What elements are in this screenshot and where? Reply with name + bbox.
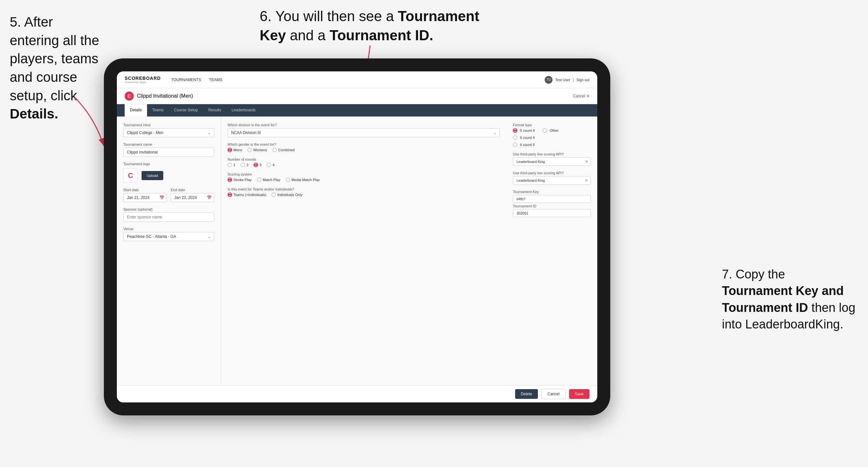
format-6c4-radio[interactable]	[513, 135, 518, 140]
upload-button[interactable]: Upload	[142, 171, 163, 180]
gender-radio-group: Mens Womens Combined	[227, 148, 500, 152]
division-select[interactable]: NCAA Division III	[227, 128, 500, 137]
cancel-header-btn[interactable]: Cancel ✕	[573, 94, 589, 98]
sponsor-group: Sponsor (optional)	[123, 207, 214, 222]
format-left: 5 count 4 6 count 4 6 count 5	[513, 128, 535, 147]
right-panel: Which division is the event for? NCAA Di…	[221, 117, 597, 385]
scoring-match[interactable]: Match Play	[257, 178, 280, 182]
tournament-host-select-wrapper: Clippd College - Men	[123, 128, 214, 137]
save-button[interactable]: Save	[569, 389, 589, 399]
tournament-host-select[interactable]: Clippd College - Men	[123, 128, 214, 137]
main-content: Tournament Host Clippd College - Men Tou…	[117, 117, 597, 385]
rounds-4[interactable]: 4	[267, 163, 274, 167]
tablet-screen: SCOREBOARD Powered by clippd TOURNAMENTS…	[117, 71, 597, 402]
gender-combined-radio[interactable]	[272, 148, 277, 152]
tab-results[interactable]: Results	[203, 104, 226, 117]
delete-button[interactable]: Delete	[515, 389, 538, 399]
format-6count5[interactable]: 6 count 5	[513, 143, 535, 147]
api1-clear-icon[interactable]: ✕	[585, 159, 588, 164]
division-select-wrapper: NCAA Division III	[227, 128, 500, 137]
scoring-match-radio[interactable]	[257, 178, 261, 182]
format-5count4[interactable]: 5 count 4	[513, 128, 535, 133]
annotation-step6: 6. You will then see a Tournament Key an…	[260, 6, 487, 45]
logo-c-letter: C	[128, 172, 133, 180]
sponsor-input[interactable]	[123, 213, 214, 222]
tournament-id-section: Tournament ID 302051	[513, 204, 591, 217]
tournament-key-value: b4fb7	[513, 195, 591, 203]
nav-tournaments[interactable]: TOURNAMENTS	[171, 77, 201, 82]
rounds-3[interactable]: 3	[253, 163, 261, 167]
sponsor-label: Sponsor (optional)	[123, 207, 214, 211]
format-group: Format type 5 count 4 6 count	[513, 123, 591, 147]
tab-course-setup[interactable]: Course Setup	[169, 104, 203, 117]
scoring-radio-group: Stroke Play Match Play Medal Match Play	[227, 178, 500, 182]
tablet-device: SCOREBOARD Powered by clippd TOURNAMENTS…	[104, 58, 610, 415]
tournament-host-group: Tournament Host Clippd College - Men	[123, 123, 214, 137]
format-other-radio[interactable]	[542, 128, 547, 133]
tab-details[interactable]: Details	[125, 104, 147, 117]
tab-teams[interactable]: Teams	[147, 104, 169, 117]
left-panel: Tournament Host Clippd College - Men Tou…	[117, 117, 221, 385]
format-6c5-radio[interactable]	[513, 143, 518, 147]
cancel-button[interactable]: Cancel	[541, 389, 565, 399]
user-name: Test User	[555, 78, 570, 82]
tournament-name-input[interactable]	[123, 148, 214, 157]
gender-womens-radio[interactable]	[247, 148, 252, 152]
api2-group: Use third-party live scoring API? ✕	[513, 171, 591, 185]
calendar-icon-end: 📅	[207, 195, 212, 200]
tournament-key-label: Tournament Key	[513, 190, 591, 194]
tournament-name-group: Tournament name	[123, 143, 214, 157]
date-group: Start date 📅 End date 📅	[123, 188, 214, 202]
gender-combined[interactable]: Combined	[272, 148, 294, 152]
teams-radio-group: Teams (+Individuals) Individuals Only	[227, 192, 500, 197]
rounds-2-radio[interactable]	[241, 163, 245, 167]
venue-select[interactable]: Peachtree GC - Atlanta - GA	[123, 232, 214, 241]
venue-group: Venue Peachtree GC - Atlanta - GA	[123, 227, 214, 241]
teams-group: Is this event for Teams and/or Individua…	[227, 187, 500, 197]
api2-input[interactable]	[513, 176, 591, 185]
annotation-step5: 5. After entering all the players, teams…	[10, 13, 101, 123]
teams-individuals-radio[interactable]	[271, 192, 276, 197]
api2-clear-icon[interactable]: ✕	[585, 178, 588, 183]
teams-plus-radio[interactable]	[227, 192, 232, 197]
gender-mens[interactable]: Mens	[227, 148, 242, 152]
rounds-2[interactable]: 2	[241, 163, 248, 167]
rounds-3-radio[interactable]	[253, 163, 258, 167]
teams-individuals[interactable]: Individuals Only	[271, 192, 303, 197]
rounds-1[interactable]: 1	[227, 163, 235, 167]
api2-label: Use third-party live scoring API?	[513, 171, 591, 175]
scoring-stroke[interactable]: Stroke Play	[227, 178, 252, 182]
tournament-logo-group: Tournament logo C Upload	[123, 162, 214, 183]
tournament-id-label: Tournament ID	[513, 204, 591, 208]
format-other[interactable]: Other	[542, 128, 559, 133]
format-5c4-radio[interactable]	[513, 128, 518, 133]
nav-teams[interactable]: TEAMS	[209, 77, 222, 82]
teams-label: Is this event for Teams and/or Individua…	[227, 187, 500, 191]
api1-input[interactable]	[513, 157, 591, 166]
top-nav: SCOREBOARD Powered by clippd TOURNAMENTS…	[117, 71, 597, 88]
gender-womens[interactable]: Womens	[247, 148, 267, 152]
tournament-name-label: Tournament name	[123, 143, 214, 146]
scoring-medal[interactable]: Medal Match Play	[286, 178, 320, 182]
annotation-step7: 7. Copy the Tournament Key and Tournamen…	[722, 266, 858, 333]
gender-label: Which gender is the event for?	[227, 143, 500, 146]
date-row: Start date 📅 End date 📅	[123, 188, 214, 202]
rounds-4-radio[interactable]	[267, 163, 271, 167]
tab-leaderboards[interactable]: Leaderboards	[226, 104, 261, 117]
calendar-icon-start: 📅	[159, 195, 164, 200]
format-6count4[interactable]: 6 count 4	[513, 135, 535, 140]
tournament-id-value: 302051	[513, 209, 591, 217]
scoring-stroke-radio[interactable]	[227, 178, 232, 182]
scoring-label: Scoring system	[227, 172, 500, 176]
format-right: Other	[542, 128, 559, 147]
rounds-1-radio[interactable]	[227, 163, 232, 167]
format-column: Format type 5 count 4 6 count	[513, 123, 591, 218]
division-label: Which division is the event for?	[227, 123, 500, 127]
teams-plus[interactable]: Teams (+Individuals)	[227, 192, 266, 197]
start-date-group: Start date 📅	[123, 188, 167, 202]
sign-out-link[interactable]: Sign out	[577, 78, 589, 82]
end-date-label: End date	[171, 188, 214, 192]
gender-mens-radio[interactable]	[227, 148, 232, 152]
format-label: Format type	[513, 123, 591, 127]
scoring-medal-radio[interactable]	[286, 178, 290, 182]
